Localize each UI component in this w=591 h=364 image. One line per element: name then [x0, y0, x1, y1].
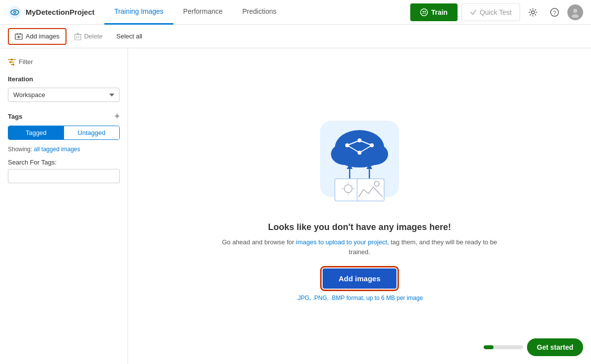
progress-bar — [484, 345, 493, 349]
header-actions: Train Quick Test ? — [410, 3, 583, 21]
svg-point-6 — [425, 11, 426, 12]
untagged-button[interactable]: Untagged — [64, 126, 120, 139]
tab-performance[interactable]: Performance — [173, 0, 232, 25]
filter-icon — [8, 59, 16, 66]
delete-label: Delete — [84, 33, 103, 40]
empty-title: Looks like you don't have any images her… — [268, 222, 451, 232]
select-all-label: Select all — [116, 33, 142, 40]
quick-test-label: Quick Test — [480, 8, 512, 16]
train-label: Train — [431, 8, 447, 16]
svg-point-7 — [531, 11, 534, 14]
empty-illustration — [305, 111, 414, 214]
delete-icon — [74, 33, 81, 40]
format-hint: .JPG, .PNG, .BMP format, up to 6 MB per … — [296, 295, 423, 301]
tags-header: Tags + — [8, 112, 120, 121]
search-tags-label: Search For Tags: — [8, 159, 120, 166]
main-layout: Filter Iteration Workspace Tags + Tagged… — [0, 48, 591, 364]
delete-button[interactable]: Delete — [68, 28, 109, 45]
svg-point-4 — [421, 9, 427, 16]
header-logo: MyDetectionProject — [8, 5, 97, 19]
add-tag-button[interactable]: + — [114, 112, 120, 121]
add-images-icon — [15, 33, 23, 40]
svg-text:?: ? — [553, 9, 556, 15]
tab-predictions[interactable]: Predictions — [232, 0, 286, 25]
svg-rect-51 — [357, 179, 384, 201]
project-name: MyDetectionProject — [26, 8, 95, 16]
filter-button[interactable]: Filter — [8, 56, 120, 67]
showing-link[interactable]: all tagged images — [34, 146, 80, 153]
showing-text: Showing: all tagged images — [8, 146, 120, 153]
help-button[interactable]: ? — [546, 3, 563, 21]
svg-point-10 — [573, 9, 577, 13]
gear-icon — [528, 8, 537, 17]
train-button[interactable]: Train — [410, 3, 457, 21]
iteration-dropdown[interactable]: Workspace — [8, 88, 120, 102]
quick-test-button[interactable]: Quick Test — [461, 3, 520, 21]
svg-point-26 — [9, 61, 11, 63]
tags-label: Tags — [8, 113, 22, 120]
iteration-label: Iteration — [8, 75, 120, 83]
checkmark-icon — [470, 9, 477, 16]
filter-label: Filter — [19, 58, 33, 66]
svg-point-11 — [572, 14, 579, 18]
add-images-toolbar-button[interactable]: Add images — [8, 28, 66, 45]
empty-subtitle: Go ahead and browse for images to upload… — [212, 237, 507, 257]
get-started-button[interactable]: Get started — [527, 338, 583, 356]
svg-point-3 — [14, 11, 15, 12]
progress-track — [484, 345, 523, 349]
subtitle-link[interactable]: images to upload to your project — [296, 238, 387, 246]
toolbar: Add images Delete Select all — [0, 25, 591, 48]
tab-training-images[interactable]: Training Images — [104, 0, 173, 25]
select-all-button[interactable]: Select all — [110, 28, 148, 45]
svg-point-27 — [12, 64, 14, 66]
content-area: Looks like you don't have any images her… — [128, 48, 591, 364]
svg-point-5 — [423, 11, 424, 12]
avatar[interactable] — [567, 4, 583, 20]
get-started-container: Get started — [484, 338, 583, 356]
illustration-svg — [305, 111, 414, 214]
add-images-main-button[interactable]: Add images — [323, 268, 396, 289]
settings-button[interactable] — [524, 3, 542, 21]
header: MyDetectionProject Training Images Perfo… — [0, 0, 591, 25]
svg-point-25 — [11, 59, 13, 61]
tagged-button[interactable]: Tagged — [8, 126, 64, 139]
help-icon: ? — [550, 8, 559, 17]
tag-toggle: Tagged Untagged — [8, 126, 120, 140]
user-avatar-icon — [570, 7, 581, 18]
subtitle-part1: Go ahead and browse for — [222, 238, 296, 246]
add-images-toolbar-label: Add images — [26, 33, 60, 40]
logo-icon — [8, 5, 22, 19]
header-nav: Training Images Performance Predictions — [104, 0, 402, 25]
search-tags-input[interactable] — [8, 169, 120, 183]
svg-rect-17 — [75, 34, 81, 40]
sidebar: Filter Iteration Workspace Tags + Tagged… — [0, 48, 128, 364]
train-icon — [420, 8, 428, 16]
